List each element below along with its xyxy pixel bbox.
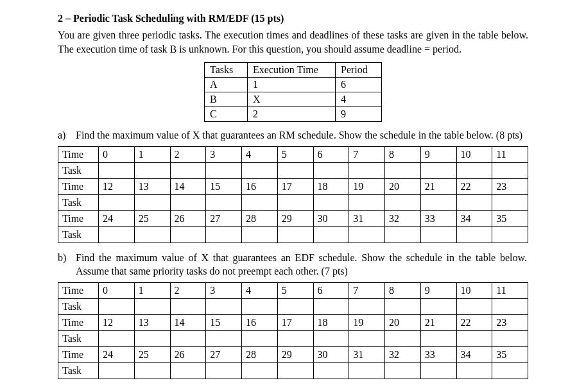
- sched-cell: 0: [99, 282, 135, 298]
- sched-cell: [492, 226, 528, 243]
- sched-cell: [206, 330, 242, 346]
- sched-cell: 24: [99, 346, 135, 362]
- sched-cell: 20: [385, 314, 421, 330]
- sched-cell: [492, 298, 528, 314]
- sched-cell: [313, 330, 349, 346]
- sched-cell: 13: [134, 178, 170, 194]
- sched-cell: [170, 362, 206, 379]
- sched-cell: 9: [420, 282, 456, 298]
- sched-cell: [385, 298, 421, 314]
- question-intro: You are given three periodic tasks. The …: [58, 28, 528, 56]
- question-title: 2 – Periodic Task Scheduling with RM/EDF…: [58, 13, 528, 24]
- sched-cell: 15: [206, 178, 242, 194]
- part-a-text: Find the maximum value of X that guarant…: [76, 128, 527, 142]
- schedule-table-b: Time 0 1 2 3 4 5 6 7 8 9 10 11 Task Time…: [58, 282, 528, 379]
- sched-cell: [492, 162, 528, 178]
- sched-cell: 8: [385, 282, 421, 298]
- sched-cell: [206, 226, 242, 243]
- sched-cell: 35: [492, 210, 528, 226]
- sched-cell: 3: [206, 146, 242, 162]
- sched-cell: 17: [277, 314, 313, 330]
- sched-row-label: Time: [58, 178, 99, 194]
- task-exec: X: [248, 92, 336, 107]
- sched-cell: [242, 330, 278, 346]
- sched-cell: [349, 298, 385, 314]
- sched-cell: 5: [277, 282, 313, 298]
- sched-cell: 28: [242, 210, 278, 226]
- sched-cell: [99, 298, 135, 314]
- sched-cell: [170, 298, 206, 314]
- sched-cell: 30: [313, 210, 349, 226]
- sched-cell: 22: [456, 314, 492, 330]
- sched-cell: [170, 194, 206, 210]
- sched-row-label: Time: [58, 314, 99, 330]
- sched-cell: [99, 330, 135, 346]
- sched-cell: [420, 226, 456, 243]
- sched-cell: 25: [134, 346, 170, 362]
- sched-cell: 1: [134, 146, 170, 162]
- task-row: A 1 6: [205, 78, 382, 92]
- sched-cell: 33: [420, 210, 456, 226]
- sched-cell: 14: [170, 178, 206, 194]
- sched-cell: [313, 362, 349, 379]
- sched-cell: 21: [420, 178, 456, 194]
- sched-cell: [134, 362, 170, 379]
- sched-cell: [420, 362, 456, 379]
- task-period: 4: [336, 92, 382, 107]
- sched-cell: [99, 226, 135, 243]
- sched-cell: 29: [277, 210, 313, 226]
- sched-row-label: Task: [58, 330, 99, 346]
- sched-cell: 16: [242, 178, 278, 194]
- sched-cell: 33: [420, 346, 456, 362]
- sched-cell: 25: [134, 210, 170, 226]
- task-period: 9: [336, 107, 382, 122]
- sched-cell: 1: [134, 282, 170, 298]
- sched-cell: 32: [385, 210, 421, 226]
- sched-cell: [134, 330, 170, 346]
- task-exec: 2: [248, 107, 336, 122]
- sched-cell: [420, 330, 456, 346]
- task-period: 6: [336, 78, 382, 92]
- sched-cell: [456, 194, 492, 210]
- task-row: B X 4: [205, 92, 382, 107]
- sched-cell: [456, 226, 492, 243]
- sched-cell: 31: [349, 346, 385, 362]
- sched-cell: 11: [492, 146, 528, 162]
- sched-cell: [206, 298, 242, 314]
- sched-cell: [349, 330, 385, 346]
- part-a-label: a): [58, 128, 73, 142]
- sched-cell: [206, 362, 242, 379]
- sched-cell: 7: [349, 146, 385, 162]
- sched-cell: [456, 362, 492, 379]
- sched-cell: [385, 194, 421, 210]
- sched-cell: [170, 330, 206, 346]
- sched-cell: 32: [385, 346, 421, 362]
- sched-cell: 10: [456, 282, 492, 298]
- sched-cell: [206, 162, 242, 178]
- sched-cell: 0: [99, 146, 135, 162]
- sched-cell: 30: [313, 346, 349, 362]
- sched-cell: [420, 298, 456, 314]
- sched-cell: [349, 226, 385, 243]
- sched-cell: 26: [170, 210, 206, 226]
- sched-cell: [242, 226, 278, 243]
- sched-cell: [134, 194, 170, 210]
- sched-cell: [349, 194, 385, 210]
- sched-cell: [242, 362, 278, 379]
- sched-cell: [242, 298, 278, 314]
- sched-cell: 34: [456, 210, 492, 226]
- sched-cell: [492, 330, 528, 346]
- sched-cell: [277, 194, 313, 210]
- sched-row-label: Time: [58, 282, 99, 298]
- sched-cell: 4: [242, 282, 278, 298]
- sched-row-label: Task: [58, 226, 99, 243]
- sched-cell: [385, 162, 421, 178]
- task-name: C: [205, 107, 248, 122]
- sched-cell: 14: [170, 314, 206, 330]
- sched-cell: 20: [385, 178, 421, 194]
- sched-cell: 22: [456, 178, 492, 194]
- sched-cell: [99, 194, 135, 210]
- task-table-header-tasks: Tasks: [205, 63, 248, 78]
- sched-cell: 18: [313, 314, 349, 330]
- sched-cell: [313, 162, 349, 178]
